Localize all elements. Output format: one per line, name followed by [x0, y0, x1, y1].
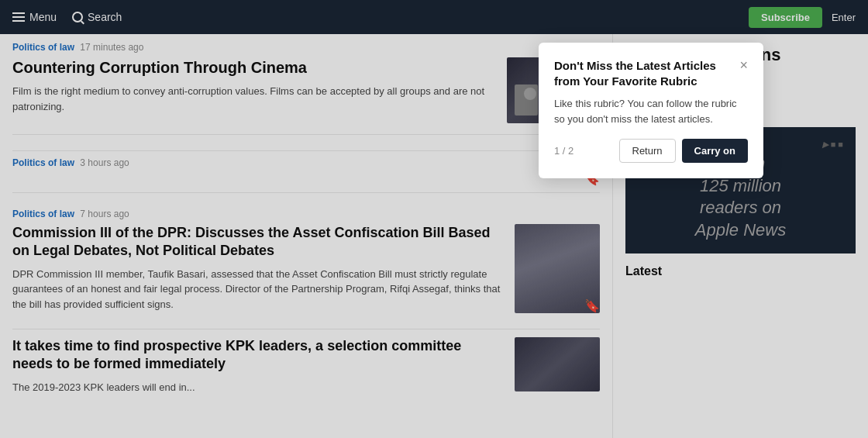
modal-pager: 1 / 2 [554, 145, 574, 157]
return-button[interactable]: Return [619, 139, 676, 163]
modal-title: Don't Miss the Latest Articles from Your… [554, 58, 739, 88]
modal-dialog: Don't Miss the Latest Articles from Your… [539, 43, 763, 178]
carry-on-button[interactable]: Carry on [682, 139, 748, 163]
modal-close-button[interactable]: × [739, 58, 748, 72]
modal-actions: Return Carry on [619, 139, 749, 163]
modal-footer: 1 / 2 Return Carry on [554, 139, 748, 163]
modal-body: Like this rubric? You can follow the rub… [554, 96, 748, 126]
modal-overlay: Don't Miss the Latest Articles from Your… [0, 0, 868, 438]
modal-header: Don't Miss the Latest Articles from Your… [554, 58, 748, 88]
